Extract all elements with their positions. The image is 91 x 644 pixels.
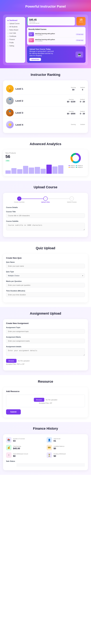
ranking-title: Instructor Ranking [3,73,88,77]
rank-stats-3: Earning $0 - $500 Student 0 - 30 [67,111,85,115]
rank-student-1: Student 0 [80,87,85,91]
rank-stats-2: Earning $0 - $100 Student 0 - 20 [67,99,85,103]
sidebar-item-cert[interactable]: Certificate [7,35,24,38]
students-card: 15 Students [76,17,86,26]
enroll-value: 01 [54,440,60,442]
resource-card: Add Resource Browse No File uploaded Acc… [3,387,88,418]
rank-label-1: Level 1 [16,88,26,90]
donut-svg [70,152,82,164]
legend-item-3: Category C [69,167,76,168]
resource-submit-button[interactable]: Submit [6,409,21,414]
legend-label-1: Category A [70,165,76,166]
legend-label-3: Category C [70,167,76,168]
quiz-type-group: Quiz Type Multiple Choice True/False Sho… [6,271,85,278]
sidebar-label-notice: Notice Board [10,29,18,31]
sale-bar-track-1 [16,464,85,464]
sidebar-item-notice[interactable]: Notice Board [7,28,24,32]
resource-file-status: No File uploaded [46,399,57,401]
sidebar-label-upload: Upload Course [10,23,20,24]
upload-banner: Upload Your Course Today Message of spri… [27,46,86,63]
assignment-details-input[interactable] [6,348,85,356]
marks-input[interactable] [6,283,85,288]
sidebar-label-students: All Students [10,26,18,28]
sidebar-dot [8,33,8,34]
sidebar-item-setting[interactable]: Setting [7,44,24,48]
finance-item-earning: 💰 Total Earning $45.00 [6,445,44,450]
sidebar-item-upload-course[interactable]: Upload Course [7,22,24,25]
rank-stats-4: Earning Student [71,124,85,126]
step-circle-1: ✓ [17,196,22,201]
rank-row-1: 🏆 Level 1 Earning $0 Student 0 [6,83,85,95]
quiz-type-select[interactable]: Multiple Choice True/False Short Answer [6,273,85,278]
enroll-label: Total Enroll [54,438,60,440]
analytics-title: Advanced Analytics [3,142,88,146]
quiz-name-group: Quiz Name [6,261,85,268]
sidebar-dot [8,30,8,30]
sidebar-item-profile[interactable]: Profile [7,41,24,44]
sidebar-label-setting: Setting [10,45,14,47]
new-products-sub: +0% [6,160,10,162]
assignment-upload-section: Assignment Upload Create New Assignment … [0,307,91,375]
rank-earning-2: Earning $0 - $100 [67,99,76,103]
rank-row-2: 🥈 Level 2 Earning $0 - $100 Student 0 - … [6,95,85,107]
assignment-marks-input[interactable] [6,339,85,343]
step-label-1: Course Overview [14,201,24,203]
sidebar-item-live[interactable]: Live Calls [7,32,24,35]
quiz-upload-section: Quiz Upload Create New Quiz Quiz Name Qu… [0,242,91,307]
quiz-type-label: Quiz Type [6,271,85,272]
duration-input[interactable] [6,292,85,297]
resource-upload-area: Browse No File uploaded Accepted Files: … [6,394,85,407]
assignment-title: Assignment Upload [3,312,88,316]
recent-courses-title: Recently Added Courses [28,28,84,30]
bar-0 [6,170,11,174]
assignment-card: Create New Assignment Assignment Topic A… [3,319,88,370]
rank-label-4: Level 4 [16,124,26,126]
duration-label: Time Duration (Minutes) [6,290,85,292]
assignment-topic-input[interactable] [6,329,85,334]
earning-icon: 💰 [6,445,12,450]
finance-item-enroll-text: Total Enroll 01 [54,438,60,442]
sidebar-item-dashboard[interactable]: Dashboard [7,19,24,22]
finance-card: 📚 Number of Courses 03 👤 Total Enroll 01… [3,434,88,470]
assignment-details-group: Assignment details [6,346,85,356]
legend-item-2: Category B [76,165,83,166]
course-name-2: Matching learning with python [35,39,55,40]
course-item-2[interactable]: Matching learning with python IT & Softw… [28,37,84,43]
step-1: ✓ Course Overview [6,196,32,203]
new-products-label: New Products [6,152,64,154]
assignment-browse-button[interactable]: Browse [6,359,16,363]
sidebar-label-finance: Finance [10,39,15,40]
finance-item-withdrawal-text: Total Withdrawal Amount $0 [13,453,28,457]
create-assignment-title: Create New Assignment [6,322,85,324]
page-header: Powerful Instructor Panel [0,0,91,12]
course-subtitle-label: Course Subtitle [6,220,85,222]
sidebar-dot [8,23,8,24]
resource-browse-button[interactable]: Browse [34,398,44,402]
course-subtitle-input[interactable] [6,223,85,230]
balance-value: $0 [54,447,64,450]
sale-bar-row-1 [6,464,85,464]
balance-amount: $45.45 [29,18,73,21]
quiz-name-input[interactable] [6,264,85,268]
quiz-name-label: Quiz Name [6,261,85,263]
sidebar-dot [8,39,8,40]
course-item-1[interactable]: Matching learning with python IT & Softw… [28,32,84,37]
analytics-inner: New Products 56 +0% [6,152,86,174]
donut-area: Category A Category B Category C Categor… [66,152,86,174]
assignment-marks-group: Assignment Marks [6,336,85,343]
course-title-group: Course Title [6,211,85,218]
withdrawal-label: Total Withdrawal Amount [13,453,28,455]
assignment-file-status: No File uploaded [18,360,30,362]
sidebar-item-students[interactable]: All Students [7,25,24,28]
rank-student-4: Student [80,124,85,126]
earning-label: Total Earning [13,446,21,447]
finance-item-withdrawal: ↑ Total Withdrawal Amount $0 [6,452,44,458]
sidebar-item-finance[interactable]: Finance [7,38,24,41]
rank-stats-1: Earning $0 Student 0 [71,87,85,91]
course-days-1: 25 days ago [76,33,84,35]
course-title-input[interactable] [6,213,85,218]
upload-now-button[interactable]: Upload Now [30,58,41,61]
assignment-topic-group: Assignment Topic [6,326,85,334]
finance-item-courses-text: Number of Courses 03 [13,438,25,442]
marks-label: Marks per Question [6,280,85,282]
